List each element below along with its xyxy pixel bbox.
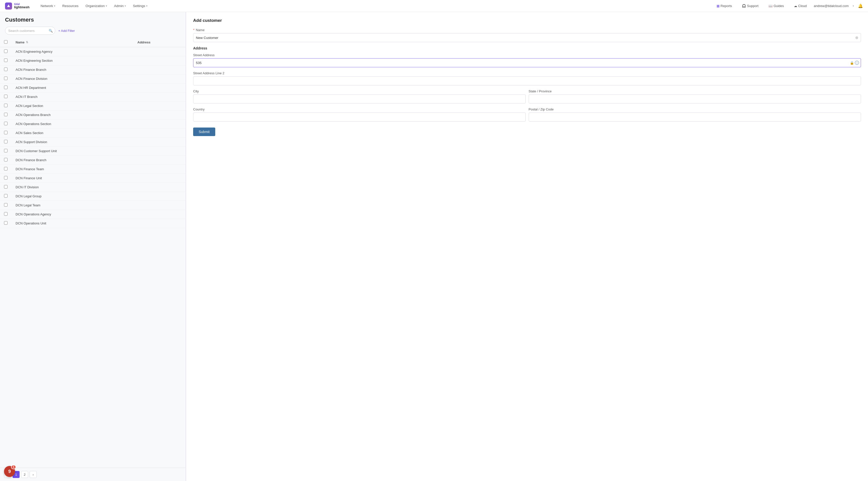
row-name[interactable]: DCN Legal Group (11, 192, 133, 201)
country-postal-row: Country Postal / Zip Code (193, 107, 861, 122)
row-checkbox[interactable] (4, 185, 7, 189)
nav-reports[interactable]: ▦ Reports (714, 2, 735, 9)
book-icon: 📖 (769, 4, 773, 8)
nav-admin[interactable]: Admin ▾ (111, 2, 129, 9)
select-all-checkbox[interactable] (4, 40, 7, 44)
row-checkbox[interactable] (4, 149, 7, 152)
select-all-col (0, 38, 11, 47)
street-address-input[interactable] (193, 58, 861, 67)
clear-name-icon[interactable]: ⊗ (855, 35, 859, 40)
info-icon[interactable]: i (855, 61, 859, 65)
city-input[interactable] (193, 94, 526, 103)
row-checkbox[interactable] (4, 86, 7, 89)
row-address (133, 174, 186, 183)
country-label: Country (193, 107, 526, 111)
row-name[interactable]: DCN Operations Unit (11, 219, 133, 228)
row-checkbox[interactable] (4, 76, 7, 80)
table-row: ACN HR Department (0, 83, 186, 92)
row-checkbox-cell (0, 92, 11, 101)
next-page-button[interactable]: › (30, 471, 37, 478)
row-name[interactable]: ACN Engineering Section (11, 56, 133, 65)
street-icons: 🔒 i (850, 61, 859, 65)
row-checkbox[interactable] (4, 194, 7, 198)
row-checkbox-cell (0, 47, 11, 56)
row-checkbox[interactable] (4, 104, 7, 107)
row-name[interactable]: ACN Support Division (11, 137, 133, 147)
logo-icon (5, 2, 12, 9)
notification-bell-icon[interactable]: 🔔 (858, 3, 863, 8)
search-input[interactable] (5, 27, 55, 35)
customers-table: Name ⇅ Address ACN Engineering Agency AC… (0, 38, 186, 228)
submit-button[interactable]: Submit (193, 128, 215, 136)
postal-input[interactable] (529, 113, 861, 122)
row-checkbox[interactable] (4, 176, 7, 180)
logo[interactable]: tidal lightmesh (5, 2, 29, 9)
row-name[interactable]: ACN Operations Section (11, 120, 133, 129)
country-input[interactable] (193, 113, 526, 122)
row-address (133, 147, 186, 156)
row-checkbox[interactable] (4, 67, 7, 71)
nav-resources[interactable]: Resources (59, 2, 82, 9)
row-checkbox[interactable] (4, 131, 7, 134)
row-checkbox[interactable] (4, 95, 7, 98)
nav-support[interactable]: 🎧 Support (739, 2, 762, 9)
row-name[interactable]: ACN Operations Branch (11, 110, 133, 120)
table-row: ACN Finance Division (0, 74, 186, 83)
row-name[interactable]: DCN Finance Unit (11, 174, 133, 183)
row-address (133, 129, 186, 137)
street2-input[interactable] (193, 76, 861, 85)
notification-badge[interactable]: 9 5 (4, 466, 15, 477)
row-name[interactable]: ACN Legal Section (11, 101, 133, 110)
customers-table-body: ACN Engineering Agency ACN Engineering S… (0, 47, 186, 228)
row-checkbox[interactable] (4, 59, 7, 62)
row-checkbox[interactable] (4, 158, 7, 161)
row-address (133, 165, 186, 174)
row-checkbox[interactable] (4, 212, 7, 216)
row-name[interactable]: ACN Finance Division (11, 74, 133, 83)
row-name[interactable]: DCN IT Division (11, 183, 133, 192)
row-checkbox-cell (0, 129, 11, 137)
row-checkbox-cell (0, 110, 11, 120)
row-name[interactable]: DCN Operations Agency (11, 210, 133, 219)
row-name[interactable]: ACN Sales Section (11, 129, 133, 137)
sort-icon[interactable]: ⇅ (26, 41, 28, 44)
add-customer-panel: Add customer * Name ⊗ Address Street Add… (186, 12, 868, 481)
nav-guides[interactable]: 📖 Guides (766, 2, 787, 9)
add-filter-button[interactable]: + Add Filter (58, 29, 75, 33)
row-checkbox[interactable] (4, 50, 7, 53)
chart-icon: ▦ (717, 4, 719, 8)
nav-settings[interactable]: Settings ▾ (130, 2, 150, 9)
name-col-header: Name ⇅ (11, 38, 133, 47)
table-row: DCN Finance Unit (0, 174, 186, 183)
row-name[interactable]: DCN Finance Branch (11, 156, 133, 165)
row-checkbox[interactable] (4, 140, 7, 143)
row-checkbox[interactable] (4, 203, 7, 206)
nav-cloud[interactable]: ☁ Cloud (791, 2, 810, 9)
row-address (133, 101, 186, 110)
name-input-wrap: ⊗ (193, 33, 861, 42)
table-row: ACN Engineering Agency (0, 47, 186, 56)
row-name[interactable]: ACN Finance Branch (11, 65, 133, 74)
city-form-group: City (193, 89, 526, 103)
row-checkbox[interactable] (4, 167, 7, 170)
row-name[interactable]: DCN Customer Support Unit (11, 147, 133, 156)
row-name[interactable]: DCN Legal Team (11, 201, 133, 210)
nav-organization[interactable]: Organization ▾ (82, 2, 110, 9)
row-name[interactable]: ACN Engineering Agency (11, 47, 133, 56)
row-name[interactable]: ACN IT Branch (11, 92, 133, 101)
nav-network[interactable]: Network ▾ (37, 2, 58, 9)
row-checkbox[interactable] (4, 122, 7, 125)
table-row: ACN IT Branch (0, 92, 186, 101)
row-name[interactable]: ACN HR Department (11, 83, 133, 92)
search-icon[interactable]: 🔍 (49, 29, 53, 33)
table-row: DCN Operations Unit (0, 219, 186, 228)
row-checkbox[interactable] (4, 221, 7, 225)
page-2-button[interactable]: 2 (21, 471, 28, 478)
user-email[interactable]: andrew@tidalcloud.com (814, 4, 849, 8)
row-checkbox[interactable] (4, 113, 7, 116)
state-input[interactable] (529, 94, 861, 103)
row-address (133, 92, 186, 101)
customer-name-input[interactable] (193, 33, 861, 42)
row-name[interactable]: DCN Finance Team (11, 165, 133, 174)
postal-form-group: Postal / Zip Code (529, 107, 861, 122)
